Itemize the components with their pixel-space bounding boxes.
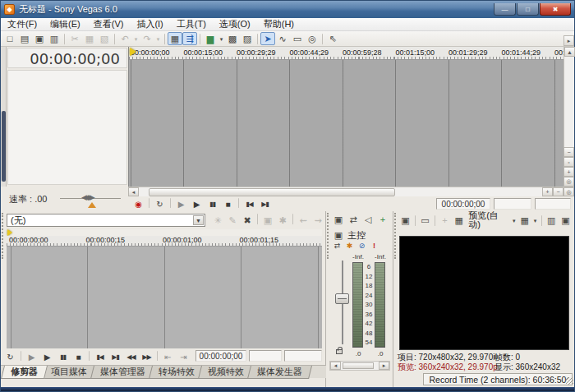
vertical-scrollbar[interactable]: ▸ ▲ −▫+◎ <box>564 47 574 187</box>
track-height-down-icon[interactable]: − <box>564 147 574 157</box>
title-bar[interactable]: ◆ 无标题 - Sony Vegas 6.0 — □ ✖ <box>1 1 574 18</box>
loop-region-marker-icon[interactable] <box>130 48 136 56</box>
trim-play-button[interactable]: ▶ <box>39 351 55 363</box>
undo-drop-icon[interactable]: ▾ <box>132 32 140 45</box>
go-to-start-button[interactable]: ▮◀ <box>242 198 257 210</box>
scroll-right-button[interactable]: ▸ <box>379 362 389 370</box>
menu-item[interactable]: 编辑(E) <box>44 18 87 30</box>
paste-icon[interactable]: ▧ <box>97 32 112 45</box>
downmix-output-icon[interactable]: ⇄ <box>346 213 361 226</box>
mixer-scrollbar[interactable]: ◂ ▸ <box>329 361 390 371</box>
lock-envelopes-icon[interactable]: ▩ <box>225 32 240 45</box>
menu-item[interactable]: 查看(V) <box>87 18 131 30</box>
trim-pause-button[interactable]: ▮▮ <box>55 351 71 363</box>
pane-splitter-handle[interactable] <box>394 213 398 259</box>
external-edit-icon[interactable]: ✎ <box>225 214 240 227</box>
trim-go-end-button[interactable]: ▶▮ <box>108 351 123 363</box>
dim-output-icon[interactable]: ◁ <box>361 213 375 226</box>
redo-drop-icon[interactable]: ▾ <box>154 32 162 45</box>
next-marker-icon[interactable]: ⇝ <box>310 214 325 227</box>
auto-ripple-icon[interactable]: ⇶ <box>182 32 197 45</box>
cursor-time-display[interactable]: 00:00:00;00 <box>7 48 127 68</box>
pane-splitter-handle[interactable] <box>2 213 5 259</box>
undo-icon[interactable]: ↶ <box>117 32 132 45</box>
chevron-down-icon[interactable]: ▼ <box>193 215 204 225</box>
preview-quality-label[interactable]: 预览(自动) <box>466 214 510 227</box>
redo-icon[interactable]: ↷ <box>140 32 154 45</box>
trimmer-ruler[interactable]: 00:00:00;0000:00:00;1500:00:01;0000:00:0… <box>7 236 322 247</box>
track-height-up-icon[interactable]: + <box>564 167 574 177</box>
normal-edit-tool-icon[interactable]: ➤ <box>260 32 275 45</box>
track-header-scrollbar[interactable] <box>1 47 7 187</box>
insert-bus-icon[interactable]: + <box>375 213 390 226</box>
prev-marker-icon[interactable]: ⇜ <box>296 214 310 227</box>
cut-icon[interactable]: ✂ <box>67 32 82 45</box>
open-icon[interactable]: ▤ <box>17 32 32 45</box>
tab-media-generators[interactable]: 媒体发生器 <box>247 366 312 379</box>
trimmer-content-area[interactable] <box>7 247 322 348</box>
copy-icon[interactable]: ▦ <box>82 32 97 45</box>
mark-out-button[interactable]: ⇥ <box>176 351 191 363</box>
menu-item[interactable]: 文件(F) <box>1 18 44 30</box>
scroll-up-button[interactable]: ▲ <box>564 47 575 57</box>
video-overlay-icon[interactable]: + <box>438 214 452 227</box>
external-monitor-icon[interactable]: ▭ <box>418 214 432 227</box>
save-markers-icon[interactable]: ▣ <box>260 214 275 227</box>
master-downmix-icon[interactable]: ⇄ <box>331 241 343 251</box>
remove-media-icon[interactable]: ✖ <box>240 214 255 227</box>
ignore-grouping-icon[interactable]: ▨ <box>240 32 255 45</box>
time-zoom-tool-icon[interactable]: ◎ <box>564 187 574 196</box>
play-from-start-button[interactable]: ▶ <box>173 198 189 210</box>
trim-stop-button[interactable]: ■ <box>71 351 86 363</box>
resize-grip[interactable] <box>566 377 573 385</box>
trim-play-from-start-button[interactable]: ▶ <box>24 351 39 363</box>
menu-item[interactable]: 工具(T) <box>170 18 213 30</box>
zoom-tool-icon[interactable]: ◎ <box>305 32 320 45</box>
scroll-thumb[interactable] <box>2 111 6 182</box>
overlays-drop-icon[interactable]: ▾ <box>531 214 539 227</box>
trim-go-start-button[interactable]: ▮◀ <box>92 351 108 363</box>
marker-flag-button[interactable]: ▸ <box>564 35 574 46</box>
envelope-tool-icon[interactable]: ∿ <box>275 32 290 45</box>
overlays-grid-icon[interactable]: ▦ <box>518 214 531 227</box>
enable-snapping-icon[interactable]: ▦ <box>168 32 182 45</box>
scroll-left-button[interactable]: ◂ <box>330 362 341 370</box>
tab-project-media[interactable]: 项目媒体 <box>41 366 97 379</box>
trim-rewind-button[interactable]: ◀◀ <box>123 351 139 363</box>
master-mute-icon[interactable]: ⊘ <box>356 241 368 251</box>
trim-forward-button[interactable]: ▶▶ <box>139 351 154 363</box>
track-height-default-icon[interactable]: ▫ <box>564 157 574 167</box>
copy-snapshot-icon[interactable]: ▥ <box>545 214 559 227</box>
pane-splitter-handle[interactable] <box>327 213 330 259</box>
minimize-button[interactable]: — <box>494 3 516 16</box>
tab-media-manager[interactable]: 媒体管理器 <box>90 366 155 379</box>
track-zoom-tool-icon[interactable]: ◎ <box>564 177 574 187</box>
marker-tool-icon[interactable]: ▆ <box>203 32 218 45</box>
loop-playback-button[interactable]: ↻ <box>152 198 168 210</box>
timeline-tracks-area[interactable] <box>129 60 564 187</box>
time-ruler[interactable]: 00:00:00;0000:00:15;0000:00:29;2900:00:4… <box>129 47 564 60</box>
save-snapshot-icon[interactable]: ▣ <box>559 214 573 227</box>
master-fader-handle[interactable] <box>335 293 349 304</box>
trimmer-media-select[interactable]: (无) ▼ <box>7 214 205 227</box>
stop-button[interactable]: ■ <box>220 198 236 210</box>
go-to-end-button[interactable]: ▶▮ <box>257 198 273 210</box>
menu-item[interactable]: 帮助(H) <box>257 18 301 30</box>
master-fx-icon[interactable]: ✱ <box>343 241 356 251</box>
hscroll-thumb[interactable] <box>149 188 395 196</box>
tab-video-fx[interactable]: 视频特效 <box>198 366 254 379</box>
track-list-empty[interactable] <box>7 70 127 185</box>
new-project-icon[interactable]: □ <box>2 32 17 45</box>
close-button[interactable]: ✖ <box>540 3 571 16</box>
scroll-left-button[interactable]: ◂ <box>128 187 139 196</box>
project-video-properties-icon[interactable]: ▣ <box>398 214 412 227</box>
mark-in-button[interactable]: ⇤ <box>160 351 176 363</box>
whats-this-help-icon[interactable]: ⇖ <box>325 32 340 45</box>
trimmer-marker-icon[interactable] <box>7 229 12 236</box>
preview-quality-drop-icon[interactable]: ▾ <box>511 214 518 227</box>
time-zoom-out-icon[interactable]: − <box>553 187 564 196</box>
play-button[interactable]: ▶ <box>189 198 205 210</box>
record-button[interactable]: ◉ <box>131 198 146 210</box>
marker-tool-drop-icon[interactable]: ▾ <box>218 32 225 45</box>
menu-item[interactable]: 选项(O) <box>213 18 257 30</box>
